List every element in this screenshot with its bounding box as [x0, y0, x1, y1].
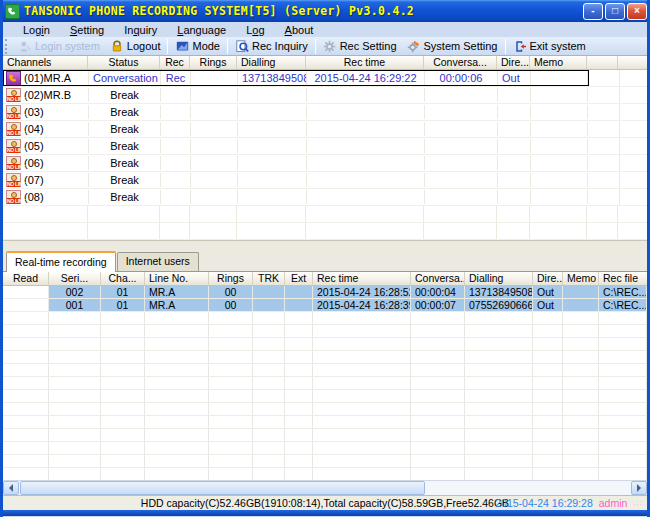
- records-empty-rows: [3, 312, 647, 480]
- channel-label: (04): [24, 122, 44, 136]
- empty-row: [3, 403, 647, 416]
- col-header-dialling[interactable]: Dialling: [465, 272, 533, 285]
- channel-row-06[interactable]: NO LINE(06) Break: [3, 155, 647, 172]
- empty-row: [3, 455, 647, 468]
- channel-row-08[interactable]: NO LINE(08) Break: [3, 189, 647, 206]
- rec-setting-button[interactable]: Rec Setting: [318, 38, 402, 54]
- col-header-channel[interactable]: Cha...: [101, 272, 145, 285]
- logout-button[interactable]: Logout: [105, 38, 166, 54]
- minimize-button[interactable]: -: [583, 3, 603, 20]
- menu-inquiry[interactable]: Inquiry: [114, 23, 167, 37]
- channel-row-07[interactable]: NO LINE(07) Break: [3, 172, 647, 189]
- exit-system-button[interactable]: Exit system: [508, 38, 591, 54]
- system-setting-button[interactable]: System Setting: [402, 38, 503, 54]
- toolbar-grip[interactable]: [5, 39, 10, 54]
- record-rings: 00: [209, 286, 253, 298]
- channel-row-02[interactable]: NO LINE(02)MR.B Break: [3, 87, 647, 104]
- scroll-right-button[interactable]: [631, 481, 647, 495]
- col-header-rec-file[interactable]: Rec file: [599, 272, 647, 285]
- record-dialling: 13713849508: [465, 286, 533, 298]
- col-header-serial[interactable]: Seri...: [49, 272, 101, 285]
- record-row-002[interactable]: 002 01 MR.A 00 2015-04-24 16:28:52 00:00…: [3, 286, 647, 299]
- system-setting-icon: [407, 39, 421, 53]
- toolbar: Login system Logout Mode Rec Inquiry Rec…: [3, 37, 647, 56]
- col-header-rec-time[interactable]: Rec time: [313, 272, 411, 285]
- empty-row: [3, 429, 647, 442]
- channel-label: (01)MR.A: [24, 71, 71, 85]
- scrollbar-track[interactable]: [426, 481, 631, 495]
- tab-realtime-recording[interactable]: Real-time recording: [6, 251, 116, 272]
- close-button[interactable]: ×: [627, 3, 647, 20]
- record-serial: 001: [49, 299, 101, 311]
- no-line-icon: NO LINE: [6, 190, 21, 204]
- mode-button[interactable]: Mode: [170, 38, 225, 54]
- title-bar: TANSONIC PHONE RECORDING SYSTEM[T5] (Ser…: [0, 0, 650, 22]
- menu-bar: Login Setting Inquiry Language Log About: [3, 22, 647, 37]
- col-header-rec-time[interactable]: Rec time: [306, 56, 424, 69]
- status-datetime: 2015-04-24 16:29:28: [495, 496, 593, 510]
- empty-row: [3, 390, 647, 403]
- col-header-memo[interactable]: Memo: [530, 56, 587, 69]
- scroll-left-button[interactable]: [3, 481, 19, 495]
- menu-language[interactable]: Language: [167, 23, 236, 37]
- record-rec-file: C:\REC...: [599, 299, 647, 311]
- magnifier-icon: [235, 39, 249, 53]
- record-read: [3, 286, 49, 298]
- channel-status: Conversation: [89, 71, 161, 85]
- empty-row: [3, 223, 647, 240]
- menu-log[interactable]: Log: [236, 23, 274, 37]
- col-header-conversation[interactable]: Conversa...: [411, 272, 465, 285]
- col-header-memo[interactable]: Memo: [563, 272, 599, 285]
- col-header-channels[interactable]: Channels: [3, 56, 88, 69]
- col-header-ext[interactable]: Ext: [285, 272, 313, 285]
- channel-row-05[interactable]: NO LINE(05) Break: [3, 138, 647, 155]
- record-rec-time: 2015-04-24 16:28:52: [313, 286, 411, 298]
- exit-icon: [513, 39, 527, 53]
- channel-row-04[interactable]: NO LINE(04) Break: [3, 121, 647, 138]
- col-header-direction[interactable]: Dire...: [497, 56, 530, 69]
- channels-table-header: Channels Status Rec Rings Dialling Rec t…: [3, 56, 647, 70]
- menu-about[interactable]: About: [275, 23, 324, 37]
- resize-grip[interactable]: .::: [633, 496, 643, 510]
- record-direction: Out: [533, 299, 563, 311]
- col-header-conversation[interactable]: Conversa...: [424, 56, 497, 69]
- left-arrow-icon: [5, 484, 13, 492]
- gear-icon: [323, 39, 337, 53]
- login-system-button[interactable]: Login system: [13, 38, 105, 54]
- rec-inquiry-button[interactable]: Rec Inquiry: [230, 38, 313, 54]
- splitter-band[interactable]: [3, 240, 647, 248]
- tab-internet-users[interactable]: Internet users: [117, 252, 199, 271]
- channel-conversation: 00:00:06: [425, 71, 498, 85]
- channel-row-03[interactable]: NO LINE(03) Break: [3, 104, 647, 121]
- channel-status: Break: [89, 173, 161, 187]
- col-header-status[interactable]: Status: [88, 56, 160, 69]
- empty-row: [3, 206, 647, 223]
- maximize-button[interactable]: □: [605, 3, 625, 20]
- channel-status: Break: [89, 139, 161, 153]
- col-header-line-no[interactable]: Line No.: [145, 272, 209, 285]
- no-line-icon: NO LINE: [6, 88, 21, 102]
- channel-label: (03): [24, 105, 44, 119]
- menu-login[interactable]: Login: [13, 23, 60, 37]
- col-header-read[interactable]: Read: [3, 272, 49, 285]
- col-header-rings[interactable]: Rings: [190, 56, 237, 69]
- channel-rings: [191, 71, 238, 85]
- channel-label: (05): [24, 139, 44, 153]
- app-window: TANSONIC PHONE RECORDING SYSTEM[T5] (Ser…: [0, 0, 650, 517]
- col-header-rec[interactable]: Rec: [160, 56, 190, 69]
- menu-setting[interactable]: Setting: [60, 23, 114, 37]
- toolbar-separator: [505, 39, 506, 54]
- scrollbar-thumb[interactable]: [20, 481, 425, 495]
- col-header-dialling[interactable]: Dialling: [237, 56, 306, 69]
- record-line-no: MR.A: [145, 286, 209, 298]
- col-header-trk[interactable]: TRK: [253, 272, 285, 285]
- status-username: admin: [599, 496, 628, 510]
- app-phone-icon: [5, 4, 20, 19]
- col-header-rings[interactable]: Rings: [209, 272, 253, 285]
- record-row-001[interactable]: 001 01 MR.A 00 2015-04-24 16:28:39 00:00…: [3, 299, 647, 312]
- record-rec-time: 2015-04-24 16:28:39: [313, 299, 411, 311]
- mode-icon: [175, 39, 189, 53]
- channel-row-01[interactable]: (01)MR.A Conversation Rec 13713849508 20…: [3, 70, 647, 87]
- col-header-direction[interactable]: Dire...: [533, 272, 563, 285]
- record-ext: [285, 286, 313, 298]
